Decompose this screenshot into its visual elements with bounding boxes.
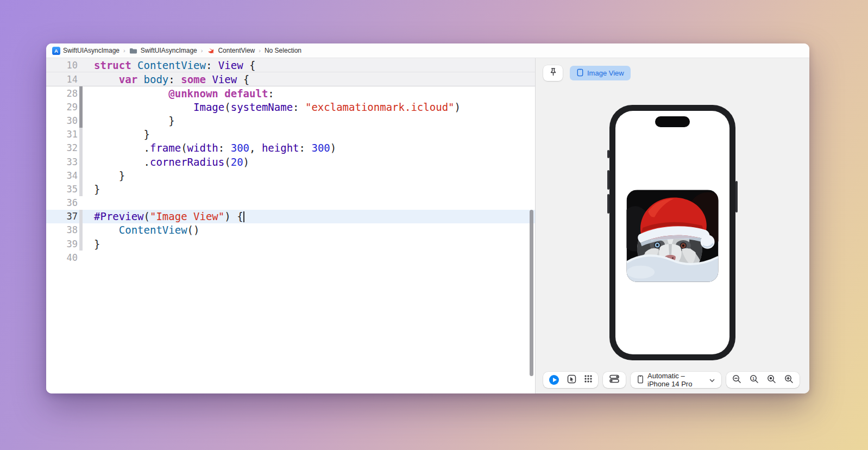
code-line[interactable]: 28 @unknown default: xyxy=(46,86,535,100)
fold-ribbon xyxy=(79,196,83,210)
code-line[interactable]: 37#Preview("Image View") { xyxy=(46,210,535,223)
breadcrumb-label: ContentView xyxy=(218,47,255,54)
code-line[interactable]: 38 ContentView() xyxy=(46,223,535,237)
zoom-out-button[interactable] xyxy=(732,374,741,386)
dynamic-island xyxy=(655,116,690,127)
volume-up-button xyxy=(607,170,609,190)
breadcrumb: A SwiftUIAsyncImage › SwiftUIAsyncImage … xyxy=(46,43,809,58)
code-line[interactable]: 10struct ContentView: View { xyxy=(46,58,535,72)
pin-icon xyxy=(549,67,557,79)
volume-down-button xyxy=(607,194,609,214)
device-selector[interactable]: Automatic – iPhone 14 Pro xyxy=(631,372,721,388)
device-settings-button[interactable] xyxy=(603,372,626,388)
code-line[interactable]: 32 .frame(width: 300, height: 300) xyxy=(46,141,535,155)
code-text: ContentView() xyxy=(83,224,200,236)
folder-icon xyxy=(129,46,138,55)
phone-screen xyxy=(615,111,729,354)
breadcrumb-item-file[interactable]: ContentView xyxy=(206,46,255,55)
xcode-window: A SwiftUIAsyncImage › SwiftUIAsyncImage … xyxy=(46,43,809,393)
code-text: var body: some View { xyxy=(83,73,249,85)
preview-toolbar: Automatic – iPhone 14 Pro 1 xyxy=(543,372,800,388)
code-text: @unknown default: xyxy=(83,88,274,99)
dog-photo xyxy=(627,190,719,282)
breadcrumb-label: SwiftUIAsyncImage xyxy=(141,47,197,54)
live-preview-button[interactable] xyxy=(549,375,559,385)
line-number: 37 xyxy=(46,211,78,222)
grid-icon xyxy=(584,375,592,385)
line-number: 32 xyxy=(46,142,78,153)
variants-grid-button[interactable] xyxy=(584,375,592,385)
code-text: .cornerRadius(20) xyxy=(83,156,249,168)
line-number: 36 xyxy=(46,197,78,208)
line-number: 10 xyxy=(46,60,78,71)
power-button xyxy=(735,181,738,212)
breadcrumb-label: No Selection xyxy=(265,47,301,54)
zoom-in-icon xyxy=(784,374,794,386)
breadcrumb-item-selection[interactable]: No Selection xyxy=(265,47,301,54)
zoom-in-button[interactable] xyxy=(784,374,794,386)
line-number: 31 xyxy=(46,129,78,140)
pointer-icon xyxy=(567,374,576,386)
device-preview-icon xyxy=(576,68,584,78)
editor-scrollbar[interactable] xyxy=(530,210,533,376)
line-number: 34 xyxy=(46,170,78,181)
line-number: 14 xyxy=(46,74,78,85)
line-number: 38 xyxy=(46,224,78,235)
code-editor-lines: 10struct ContentView: View {14 var body:… xyxy=(46,58,535,264)
text-cursor xyxy=(243,211,244,222)
code-line[interactable]: 29 Image(systemName: "exclamationmark.ic… xyxy=(46,100,535,114)
zoom-out-icon xyxy=(732,374,741,386)
line-number: 30 xyxy=(46,115,78,126)
code-editor[interactable]: 10struct ContentView: View {14 var body:… xyxy=(46,58,535,393)
code-line[interactable]: 35} xyxy=(46,182,535,196)
code-line[interactable]: 40 xyxy=(46,251,535,264)
preview-pane: Image View xyxy=(535,58,809,393)
code-text: struct ContentView: View { xyxy=(83,59,255,71)
code-line[interactable]: 34 } xyxy=(46,168,535,182)
line-number: 39 xyxy=(46,239,78,249)
line-number: 28 xyxy=(46,88,78,99)
app-icon: A xyxy=(52,46,60,55)
swift-file-icon xyxy=(206,46,215,55)
code-text: } xyxy=(83,128,150,140)
iphone-mockup xyxy=(609,105,735,360)
breadcrumb-separator: › xyxy=(258,47,261,54)
svg-text:1: 1 xyxy=(752,376,754,380)
breadcrumb-label: SwiftUIAsyncImage xyxy=(63,47,119,54)
code-line[interactable]: 30 } xyxy=(46,114,535,127)
breadcrumb-separator: › xyxy=(200,47,204,54)
code-line[interactable]: 36 xyxy=(46,196,535,210)
line-number: 33 xyxy=(46,157,78,167)
device-selector-label: Automatic – iPhone 14 Pro xyxy=(647,372,706,388)
breadcrumb-item-group[interactable]: SwiftUIAsyncImage xyxy=(129,46,197,55)
zoom-to-fit-button[interactable] xyxy=(767,374,776,386)
code-line[interactable]: 14 var body: some View { xyxy=(46,72,535,86)
code-text: } xyxy=(83,115,175,127)
code-line[interactable]: 31 } xyxy=(46,128,535,141)
play-icon xyxy=(553,378,557,382)
line-number: 40 xyxy=(46,252,78,263)
preview-tab-image-view[interactable]: Image View xyxy=(570,66,631,80)
code-text: } xyxy=(83,238,100,250)
breadcrumb-separator: › xyxy=(123,47,126,54)
zoom-controls: 1 xyxy=(726,372,800,388)
svg-text:A: A xyxy=(54,48,58,54)
code-line[interactable]: 39} xyxy=(46,237,535,251)
breadcrumb-item-project[interactable]: A SwiftUIAsyncImage xyxy=(52,46,119,55)
code-text: Image(systemName: "exclamationmark.iclou… xyxy=(83,101,461,113)
fold-ribbon xyxy=(79,251,83,264)
zoom-to-fit-icon xyxy=(767,374,776,386)
selectable-mode-button[interactable] xyxy=(567,374,576,386)
zoom-actual-size-icon: 1 xyxy=(750,374,759,386)
code-text: #Preview("Image View") { xyxy=(83,210,244,222)
code-line[interactable]: 33 .cornerRadius(20) xyxy=(46,155,535,168)
zoom-actual-size-button[interactable]: 1 xyxy=(750,374,759,386)
line-number: 29 xyxy=(46,102,78,112)
device-settings-icon xyxy=(609,374,620,386)
mute-switch xyxy=(607,150,609,158)
pin-button[interactable] xyxy=(543,65,563,81)
code-text: .frame(width: 300, height: 300) xyxy=(83,142,336,154)
code-text: } xyxy=(83,183,100,195)
preview-mode-group xyxy=(543,372,598,388)
chevron-down-icon xyxy=(709,376,715,384)
